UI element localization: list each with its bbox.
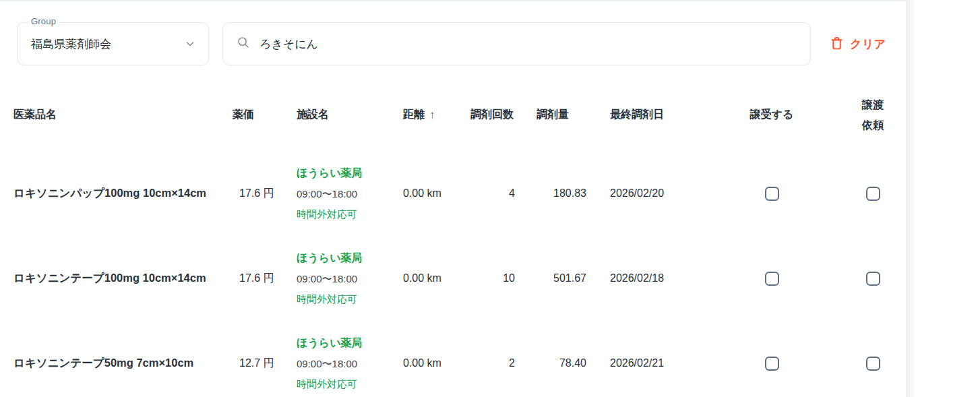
distance-value: 0.00 km xyxy=(398,272,465,284)
header-receive-label: 譲受する xyxy=(750,108,794,122)
sort-ascending-icon: ↑ xyxy=(429,109,435,122)
facility-overtime-note: 時間外対応可 xyxy=(297,379,398,389)
group-select[interactable]: Group 福島県薬剤師会 xyxy=(17,22,209,65)
dispense-count: 10 xyxy=(465,272,519,284)
main-panel: Group 福島県薬剤師会 クリア 医薬品名 薬価 xyxy=(0,0,907,397)
header-distance-label: 距離 xyxy=(403,108,425,122)
header-drug-name: 医薬品名 xyxy=(13,108,233,122)
search-field xyxy=(222,22,811,65)
facility-overtime-note: 時間外対応可 xyxy=(297,294,398,304)
table-body: ロキソニンパップ100mg 10cm×14cm 17.6 円 ほうらい薬局 09… xyxy=(0,151,906,397)
header-amount: 調剤量 xyxy=(519,108,586,122)
header-distance[interactable]: 距離 ↑ xyxy=(398,108,465,122)
header-facility: 施設名 xyxy=(297,108,398,122)
header-request-label: 譲渡依頼 xyxy=(861,95,884,135)
drug-name: ロキソニンテープ100mg 10cm×14cm xyxy=(13,271,233,286)
request-checkbox[interactable] xyxy=(866,272,880,286)
dispense-count: 4 xyxy=(465,187,519,200)
top-divider xyxy=(0,0,906,1)
facility-name-link[interactable]: ほうらい薬局 xyxy=(297,253,398,264)
facility-hours: 09:00〜18:00 xyxy=(297,359,398,369)
last-dispense-date: 2026/02/20 xyxy=(586,187,704,200)
header-last-date: 最終調剤日 xyxy=(586,108,704,122)
header-receive: 譲受する xyxy=(704,108,839,122)
trash-icon xyxy=(830,36,844,53)
last-dispense-date: 2026/02/18 xyxy=(586,272,704,284)
last-dispense-date: 2026/02/21 xyxy=(586,357,704,369)
dispense-amount: 501.67 xyxy=(519,272,586,284)
table-row: ロキソニンテープ50mg 7cm×10cm 12.7 円 ほうらい薬局 09:0… xyxy=(0,321,906,397)
receive-checkbox[interactable] xyxy=(765,357,779,371)
table-row: ロキソニンパップ100mg 10cm×14cm 17.6 円 ほうらい薬局 09… xyxy=(0,151,906,236)
distance-value: 0.00 km xyxy=(398,357,465,369)
clear-button[interactable]: クリア xyxy=(830,22,886,65)
header-price: 薬価 xyxy=(233,108,297,122)
facility-name-link[interactable]: ほうらい薬局 xyxy=(297,338,398,348)
dispense-count: 2 xyxy=(465,357,519,369)
header-request: 譲渡依頼 xyxy=(839,95,907,135)
facility-cell: ほうらい薬局 09:00〜18:00 時間外対応可 xyxy=(297,168,398,219)
chevron-down-icon xyxy=(184,38,196,50)
receive-checkbox[interactable] xyxy=(765,272,779,286)
facility-hours: 09:00〜18:00 xyxy=(297,274,398,284)
header-count: 調剤回数 xyxy=(465,108,519,122)
facility-cell: ほうらい薬局 09:00〜18:00 時間外対応可 xyxy=(297,253,398,304)
distance-value: 0.00 km xyxy=(398,187,465,200)
panel-edge-shadow xyxy=(907,0,918,397)
search-icon xyxy=(237,36,259,52)
drug-price: 17.6 円 xyxy=(233,187,297,201)
group-select-value: 福島県薬剤師会 xyxy=(31,36,184,52)
receive-checkbox[interactable] xyxy=(765,187,779,201)
dispense-amount: 78.40 xyxy=(519,357,586,369)
drug-price: 12.7 円 xyxy=(233,357,297,371)
drug-name: ロキソニンパップ100mg 10cm×14cm xyxy=(13,186,233,201)
facility-hours: 09:00〜18:00 xyxy=(297,189,398,199)
facility-name-link[interactable]: ほうらい薬局 xyxy=(297,168,398,179)
request-checkbox[interactable] xyxy=(866,187,880,201)
clear-button-label: クリア xyxy=(850,36,886,52)
drug-price: 17.6 円 xyxy=(233,272,297,286)
dispense-amount: 180.83 xyxy=(519,187,586,200)
toolbar: Group 福島県薬剤師会 クリア xyxy=(0,0,906,65)
drug-name: ロキソニンテープ50mg 7cm×10cm xyxy=(13,356,233,371)
facility-overtime-note: 時間外対応可 xyxy=(297,209,398,219)
group-select-label: Group xyxy=(28,16,59,26)
table-header-row: 医薬品名 薬価 施設名 距離 ↑ 調剤回数 調剤量 最終調剤日 譲受する 譲渡依… xyxy=(0,79,906,151)
table-row: ロキソニンテープ100mg 10cm×14cm 17.6 円 ほうらい薬局 09… xyxy=(0,236,906,321)
search-input[interactable] xyxy=(259,23,798,65)
request-checkbox[interactable] xyxy=(866,357,880,371)
facility-cell: ほうらい薬局 09:00〜18:00 時間外対応可 xyxy=(297,338,398,389)
